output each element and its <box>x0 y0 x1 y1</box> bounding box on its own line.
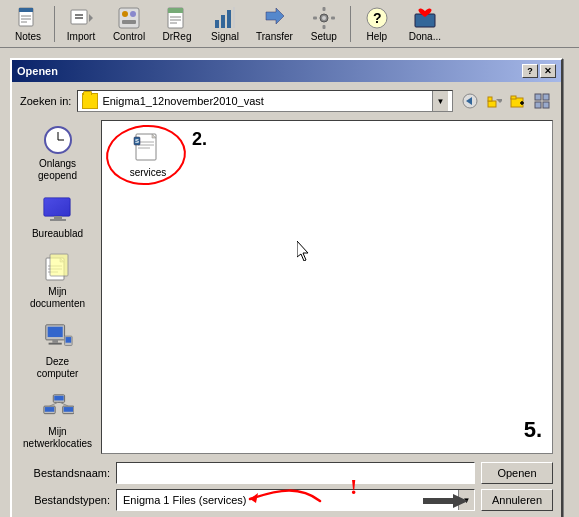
svg-rect-42 <box>543 94 549 100</box>
toolbar: Notes Import Control <box>0 0 579 48</box>
nav-computer[interactable]: Deze computer <box>23 318 93 384</box>
toolbar-donate-btn[interactable]: Dona... <box>401 3 449 45</box>
svg-text:S: S <box>135 138 139 144</box>
donate-icon <box>411 6 439 30</box>
services-file-icon: S <box>132 132 164 164</box>
computer-icon <box>42 322 74 354</box>
title-bar: Openen ? ✕ <box>12 60 561 82</box>
mouse-cursor <box>297 241 313 266</box>
look-in-folder-icon <box>82 93 98 109</box>
view-btn[interactable] <box>531 90 553 112</box>
donate-label: Dona... <box>409 31 441 42</box>
dialog-body: Zoeken in: Enigma1_12november2010_vast ▼ <box>12 82 561 517</box>
annotation-number-2: 2. <box>192 129 207 150</box>
nav-up-btn[interactable] <box>483 90 505 112</box>
help-label: Help <box>367 31 388 42</box>
toolbar-notes-btn[interactable]: Notes <box>4 3 52 45</box>
open-button[interactable]: Openen <box>481 462 553 484</box>
filetype-label: Bestandstypen: <box>20 494 110 506</box>
dialog-close-btn[interactable]: ✕ <box>540 64 556 78</box>
new-folder-btn[interactable] <box>507 90 529 112</box>
svg-rect-56 <box>47 327 62 337</box>
toolbar-help-btn[interactable]: ? Help <box>353 3 401 45</box>
svg-rect-57 <box>52 340 58 343</box>
file-list[interactable]: S services 2. <box>101 120 553 454</box>
recent-icon <box>42 124 74 156</box>
nav-network[interactable]: Mijn netwerklocaties <box>23 388 93 454</box>
look-in-arrow[interactable]: ▼ <box>432 91 448 111</box>
svg-rect-64 <box>63 407 72 412</box>
filetype-row: Bestandstypen: Enigma 1 Files (services)… <box>20 489 553 511</box>
svg-rect-41 <box>535 94 541 100</box>
dialog-help-btn[interactable]: ? <box>522 64 538 78</box>
svg-line-68 <box>59 402 67 406</box>
left-arrow-annotation <box>418 491 468 513</box>
nav-documents-label: Mijn documenten <box>26 286 90 310</box>
svg-marker-78 <box>423 494 468 508</box>
svg-point-11 <box>130 11 136 17</box>
svg-line-67 <box>49 402 57 406</box>
file-item-services[interactable]: S services <box>108 127 188 183</box>
svg-rect-27 <box>313 16 317 19</box>
svg-text:?: ? <box>373 10 382 26</box>
toolbar-divider-1 <box>54 6 55 42</box>
svg-rect-66 <box>54 396 63 401</box>
toolbar-drreg-btn[interactable]: DrReg <box>153 3 201 45</box>
control-label: Control <box>113 31 145 42</box>
drreg-label: DrReg <box>163 31 192 42</box>
title-bar-buttons: ? ✕ <box>522 64 556 78</box>
svg-rect-47 <box>54 216 62 219</box>
svg-rect-25 <box>322 7 325 11</box>
annotation-number-5: 5. <box>524 417 542 443</box>
svg-rect-43 <box>535 102 541 108</box>
svg-rect-60 <box>65 337 71 343</box>
svg-rect-9 <box>119 8 139 28</box>
look-in-row: Zoeken in: Enigma1_12november2010_vast ▼ <box>20 90 553 112</box>
network-icon <box>42 392 74 424</box>
svg-rect-58 <box>48 343 61 345</box>
toolbar-signal-btn[interactable]: Signal <box>201 3 249 45</box>
svg-marker-22 <box>266 8 284 24</box>
svg-rect-46 <box>44 198 70 216</box>
nav-recent[interactable]: Onlangs geopend <box>23 120 93 186</box>
left-navigation: Onlangs geopend <box>20 120 95 454</box>
cancel-button[interactable]: Annuleren <box>481 489 553 511</box>
setup-icon <box>310 6 338 30</box>
svg-rect-34 <box>488 101 496 107</box>
svg-rect-26 <box>322 25 325 29</box>
signal-label: Signal <box>211 31 239 42</box>
nav-desktop-label: Bureaublad <box>32 228 83 240</box>
svg-rect-19 <box>221 15 225 28</box>
import-icon <box>67 6 95 30</box>
nav-desktop[interactable]: Bureaublad <box>23 190 93 244</box>
svg-rect-38 <box>511 96 516 99</box>
svg-marker-76 <box>297 241 308 261</box>
nav-recent-label: Onlangs geopend <box>26 158 90 182</box>
nav-back-btn[interactable] <box>459 90 481 112</box>
svg-rect-14 <box>168 8 183 13</box>
look-in-combo[interactable]: Enigma1_12november2010_vast ▼ <box>77 90 453 112</box>
svg-rect-18 <box>215 20 219 28</box>
look-in-value: Enigma1_12november2010_vast <box>102 95 428 107</box>
navigation-toolbar <box>459 90 553 112</box>
svg-point-10 <box>122 11 128 17</box>
filename-label: Bestandsnaam: <box>20 467 110 479</box>
svg-rect-35 <box>488 97 492 101</box>
svg-rect-44 <box>543 102 549 108</box>
toolbar-import-btn[interactable]: Import <box>57 3 105 45</box>
signal-icon <box>211 6 239 30</box>
svg-marker-6 <box>89 14 93 22</box>
svg-rect-21 <box>233 7 235 28</box>
nav-documents[interactable]: Mijn documenten <box>23 248 93 314</box>
svg-marker-36 <box>496 99 502 103</box>
main-area: 9 9 9 4 1 1 1 4 1 4 1 1 1 1 1 1 1 1 1 1 … <box>0 48 579 517</box>
svg-rect-20 <box>227 10 231 28</box>
toolbar-transfer-btn[interactable]: Transfer <box>249 3 300 45</box>
svg-rect-54 <box>50 254 68 276</box>
nav-computer-label: Deze computer <box>26 356 90 380</box>
desktop-icon <box>42 194 74 226</box>
notes-label: Notes <box>15 31 41 42</box>
toolbar-setup-btn[interactable]: Setup <box>300 3 348 45</box>
toolbar-control-btn[interactable]: Control <box>105 3 153 45</box>
svg-rect-62 <box>44 407 53 412</box>
